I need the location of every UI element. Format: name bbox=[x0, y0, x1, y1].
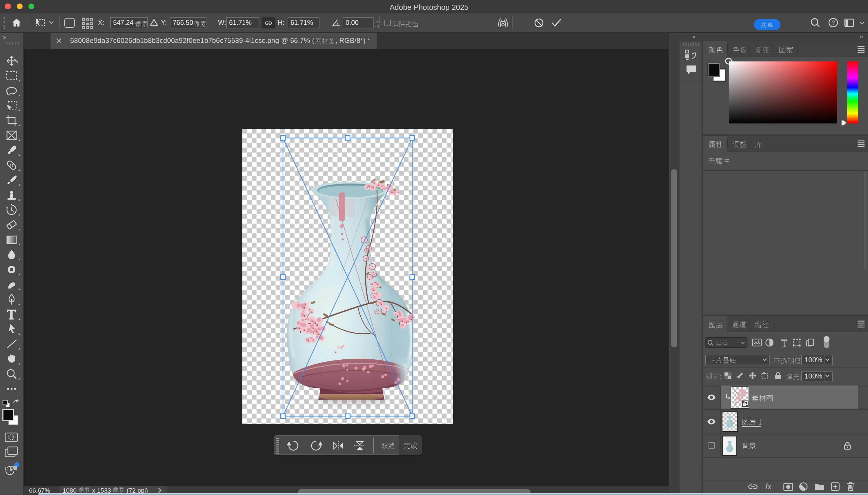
svg-text:?: ? bbox=[832, 19, 835, 26]
